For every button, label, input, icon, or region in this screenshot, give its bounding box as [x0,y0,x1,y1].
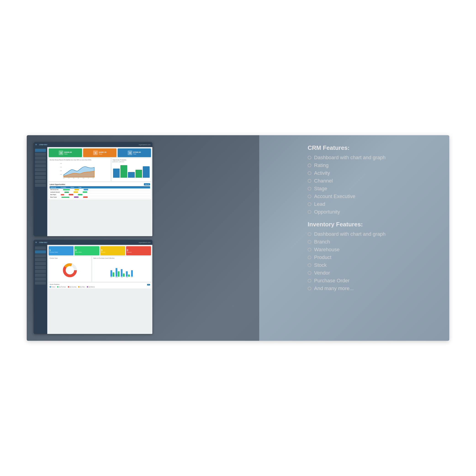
row4-stage [83,196,88,198]
inv-feature-7: Purchase Order [308,277,440,285]
inv-feature-text-3: Warehouse [314,247,340,253]
sales-purchase-chart: Sales vs Purchase (Last 6 Months) [92,256,151,282]
row3-name: New Pajero [50,194,56,195]
stat-total-value: $7000.00 [133,151,141,153]
stat-stage-text: $4000.00 Stage [99,151,106,155]
row1-name: Alfa Romeo Brio [50,189,58,190]
crm-sidebar [34,147,47,236]
row1-rating [74,189,79,190]
sidebar-channel [35,164,46,168]
stat-card-total: ★ $7000.00 Total [118,149,151,157]
purchase-bar-2 [118,271,120,277]
screenshots-area: CRM+INV superadmin.com [34,142,152,334]
inv-bullet-1 [308,232,311,236]
inv-card-shipment: 0 Shipment [126,246,151,255]
inv-feature-3: Warehouse [308,246,440,254]
legend-dot-qty-incoming [68,286,69,288]
legend-label-qty-incoming: Qty Incoming [70,286,76,288]
inv-sidebar-activity [35,258,46,261]
inv-purchase-label: Purchase Orders [49,252,73,253]
inv-bullet-4 [308,255,311,259]
svg-text:2.0k: 2.0k [60,170,62,171]
sales-bar-chart-svg: Feb March April May Jun [93,259,150,278]
crm-feature-2: Rating [308,161,440,169]
bar-chart-area: ■ #000-00-01 ■ #000-00-02 [113,161,150,178]
inv-shipment-num: 0 [127,249,150,252]
stat-sales-text: $3000.00 Sales [64,151,72,155]
crm-feature-text-6: Account Executive [314,193,356,199]
crm-feature-text-3: Activity [314,170,330,176]
crm-user: superadmin.com [139,144,151,146]
crm-stat-cards: ★ $3000.00 Sales ★ $4000.00 Sta [49,149,151,157]
inv-sales-label: Sales Orders [75,252,99,253]
row4-prob-bar [61,197,69,198]
stock-table-header: Stocks Realtime 🔍 [50,284,150,286]
view-all-btn[interactable]: View All [144,183,150,186]
legend-qty-incoming: Qty Incoming [68,286,76,288]
crm-feature-text-7: Lead [314,201,325,207]
row1-stage [84,189,88,190]
row2-stage [83,191,87,193]
purchase-bar-4 [128,274,130,277]
crm-body: ★ $3000.00 Sales ★ $4000.00 Sta [34,147,152,236]
bullet-icon-5 [308,187,311,190]
inv-card-purchase: 1 Purchase Orders [49,246,74,255]
inv-features-list: Dashboard with chart and graph Branch Wa… [308,230,440,292]
inv-sidebar-lead [35,281,46,285]
svg-text:Feb: Feb [68,178,69,178]
row3-stage [78,194,83,195]
crm-features-section: CRM Features: Dashboard with chart and g… [308,144,440,216]
sidebar-opportunity [35,180,46,183]
inventory-features-section: Inventory Features: Dashboard with chart… [308,221,440,292]
row1-prob-bar [63,189,70,190]
purchase-bar-1 [113,272,114,277]
bar-4 [136,170,142,178]
sidebar-inventory [35,153,46,156]
inv-sidebar-channel [35,262,46,265]
inv-feature-text-5: Stock [314,262,327,268]
inv-sidebar-warehouse [35,274,46,277]
inv-feature-text-2: Branch [314,239,330,245]
crm-logo: CRM+INV [39,144,47,146]
row2-rating [74,191,78,193]
purchase-bar-3 [123,273,125,277]
inv-feature-2: Branch [308,238,440,246]
inv-bullet-5 [308,263,311,267]
crm-screenshot: CRM+INV superadmin.com [34,142,152,236]
sales-bar-5 [131,270,133,277]
inv-topbar: CRM+INV superadmin.com [34,240,152,245]
inv-feature-text-4: Product [314,255,331,260]
sidebar-account-exec [35,172,46,175]
inv-pending-num: 0 [101,249,124,252]
stat-sales-label: Sales [64,153,72,155]
svg-text:4.0k: 4.0k [60,163,62,164]
col-stage: Stage [79,187,82,188]
inv-feature-text-8: And many more... [314,286,354,291]
table-row-4: Mauri Canter [50,196,150,199]
stat-total-label: Total [133,153,141,155]
svg-text:1.0k: 1.0k [60,174,62,175]
inv-sales-num: 0 [75,249,99,252]
monthly-recap-chart: Monthly Recap Report (Probability less t… [49,158,111,181]
legend-qty-balance: Qty Balance [87,286,95,288]
crm-feature-6: Account Executive [308,193,440,200]
row2-name: Lambordo Aventurl [50,191,60,193]
inv-pending-label: Pending [101,252,124,253]
legend-dot-product [50,286,51,288]
legend-label-qty-sales: Qty Sales [80,286,85,288]
bullet-icon-1 [308,156,311,159]
inv-charts-row: Product Type [49,256,151,282]
inv-card-pending: 0 Pending [100,246,125,255]
donut-area [50,259,90,281]
chart-legend: ■ #000-00-01 ■ #000-00-02 [113,161,150,162]
sales-chart-title: Sales vs Purchase (Last 6 Months) [93,257,150,259]
inv-bullet-2 [308,240,311,244]
bullet-icon-7 [308,202,311,206]
svg-text:Jan: Jan [63,178,65,178]
crm-feature-7: Lead [308,200,440,208]
svg-text:April: April [121,277,123,278]
inventory-screenshot: CRM+INV superadmin.com [34,240,152,334]
bar-2 [120,165,127,178]
inv-bullet-8 [308,287,311,290]
inv-feature-1: Dashboard with chart and graph [308,230,440,238]
